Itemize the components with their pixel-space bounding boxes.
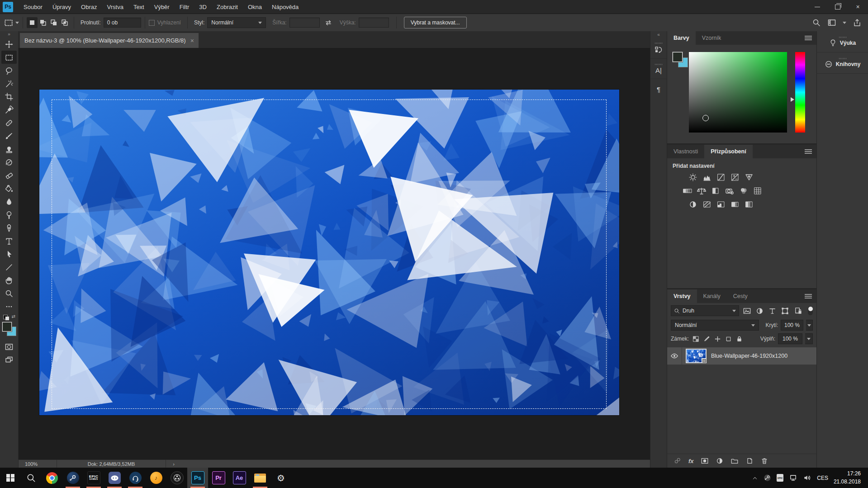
tab-close-icon[interactable]: × <box>190 37 194 44</box>
color-field[interactable] <box>689 52 787 133</box>
layer-name[interactable]: Blue-Wallpaper-46-1920x1200 <box>711 353 787 359</box>
screen-mode-button[interactable] <box>1 353 17 366</box>
taskbar-voice-chat[interactable] <box>125 468 146 488</box>
subtract-selection-button[interactable] <box>48 17 59 28</box>
menu-obraz[interactable]: Obraz <box>76 4 102 10</box>
panel-menu-icon[interactable] <box>805 148 812 155</box>
invert-icon[interactable] <box>688 200 698 209</box>
taskbar-settings[interactable]: ⚙ <box>270 468 291 488</box>
language-indicator[interactable]: CES <box>817 475 828 481</box>
crop-tool[interactable] <box>1 90 17 103</box>
history-brush-tool[interactable] <box>1 156 17 169</box>
tab-barvy[interactable]: Barvy <box>667 31 696 45</box>
paragraph-panel-button[interactable]: ¶ <box>650 79 667 99</box>
eyedropper-tool[interactable] <box>1 103 17 116</box>
menu-upravy[interactable]: Úpravy <box>47 4 76 10</box>
share-icon[interactable] <box>853 18 862 27</box>
taskbar-search-button[interactable] <box>21 468 42 488</box>
hue-slider[interactable] <box>795 52 805 133</box>
close-button[interactable]: × <box>848 0 868 14</box>
taskbar-chrome[interactable] <box>42 468 62 488</box>
start-button[interactable] <box>0 468 21 488</box>
clone-stamp-tool[interactable] <box>1 142 17 156</box>
eraser-tool[interactable] <box>1 169 17 182</box>
foreground-color-swatch[interactable] <box>2 322 12 332</box>
threshold-icon[interactable] <box>716 200 726 209</box>
zoom-tool[interactable] <box>1 287 17 300</box>
layer-thumbnail[interactable] <box>686 349 707 363</box>
type-tool[interactable] <box>1 234 17 247</box>
canvas[interactable] <box>39 90 619 415</box>
libraries-panel-button[interactable]: Knihovny <box>817 52 868 74</box>
document-tab[interactable]: Bez názvu-3 @ 100% (Blue-Wallpaper-46-19… <box>20 33 199 48</box>
lasso-tool[interactable] <box>1 64 17 77</box>
lock-transparency-icon[interactable] <box>692 335 700 343</box>
new-layer-icon[interactable] <box>745 457 754 465</box>
paint-bucket-tool[interactable] <box>1 182 17 195</box>
menu-okna[interactable]: Okna <box>243 4 267 10</box>
tab-cesty[interactable]: Cesty <box>727 289 754 303</box>
delete-layer-icon[interactable] <box>760 457 768 465</box>
filter-smart-objects-icon[interactable] <box>793 306 802 316</box>
link-layers-icon[interactable] <box>674 457 682 465</box>
filter-type-layers-icon[interactable] <box>768 306 777 316</box>
taskbar-premiere[interactable]: Pr <box>208 468 229 488</box>
exposure-icon[interactable] <box>730 173 740 182</box>
lock-all-icon[interactable] <box>735 335 743 343</box>
color-lookup-icon[interactable] <box>753 186 763 195</box>
pen-tool[interactable] <box>1 221 17 234</box>
restore-button[interactable] <box>827 0 848 14</box>
swap-colors-icon[interactable]: ⇄ <box>1 314 17 320</box>
tray-epic-icon[interactable]: EPIC <box>777 474 783 482</box>
new-group-icon[interactable] <box>730 457 739 465</box>
add-selection-button[interactable] <box>38 17 48 28</box>
toolbar-expand-icon[interactable]: » <box>8 31 10 38</box>
taskbar-photoshop[interactable]: Ps <box>187 468 208 488</box>
curves-icon[interactable] <box>716 173 726 182</box>
taskbar-discord[interactable] <box>104 468 125 488</box>
tab-prizpusobeni[interactable]: Přizpůsobení <box>704 145 752 158</box>
volume-icon[interactable] <box>803 474 811 482</box>
workspace-switcher-icon[interactable] <box>827 18 836 27</box>
chevron-down-icon[interactable] <box>843 22 846 24</box>
taskbar-after-effects[interactable]: Ae <box>229 468 250 488</box>
collapse-panels-icon[interactable]: « <box>657 31 660 38</box>
panel-menu-icon[interactable] <box>805 293 812 299</box>
swap-dimensions-icon[interactable] <box>324 19 332 27</box>
vibrance-icon[interactable] <box>744 173 754 182</box>
clock[interactable]: 17:26 21.08.2018 <box>834 470 863 486</box>
brightness-contrast-icon[interactable] <box>688 173 698 182</box>
filter-toggle-switch[interactable] <box>808 306 813 315</box>
tab-kanaly[interactable]: Kanály <box>697 289 727 303</box>
menu-filtr[interactable]: Filtr <box>175 4 194 10</box>
width-input[interactable] <box>289 18 320 28</box>
character-panel-button[interactable]: A| <box>650 59 667 79</box>
brush-tool[interactable] <box>1 129 17 142</box>
fill-value[interactable]: 100 % <box>778 333 802 344</box>
filter-shape-layers-icon[interactable] <box>781 306 790 316</box>
learn-panel-button[interactable]: Výuka <box>817 31 868 52</box>
selective-color-icon[interactable] <box>744 200 754 209</box>
taskbar-steam[interactable] <box>62 468 83 488</box>
style-select[interactable]: Normální <box>207 17 266 28</box>
tool-preset-picker[interactable] <box>4 18 19 28</box>
panel-menu-icon[interactable] <box>805 35 812 41</box>
menu-3d[interactable]: 3D <box>194 4 212 10</box>
height-input[interactable] <box>359 18 389 28</box>
color-picker-circle[interactable] <box>702 115 709 121</box>
opacity-value[interactable]: 100 % <box>781 320 803 331</box>
taskbar-file-explorer[interactable] <box>250 468 270 488</box>
gradient-map-icon[interactable] <box>730 200 740 209</box>
filter-adjustment-layers-icon[interactable] <box>755 306 764 316</box>
lock-position-icon[interactable] <box>714 335 721 343</box>
menu-vyber[interactable]: Výběr <box>149 4 175 10</box>
taskbar-gom-player[interactable]: ♪ <box>146 468 166 488</box>
taskbar-epic-games[interactable]: EPICGAMES <box>83 468 104 488</box>
search-icon[interactable] <box>812 18 821 27</box>
blend-mode-select[interactable]: Normální <box>671 320 759 331</box>
healing-brush-tool[interactable] <box>1 116 17 129</box>
layer-mask-icon[interactable] <box>701 457 709 465</box>
tray-steam-icon[interactable] <box>764 474 771 482</box>
photo-filter-icon[interactable] <box>725 186 735 195</box>
menu-napoveda[interactable]: Nápověda <box>267 4 304 10</box>
